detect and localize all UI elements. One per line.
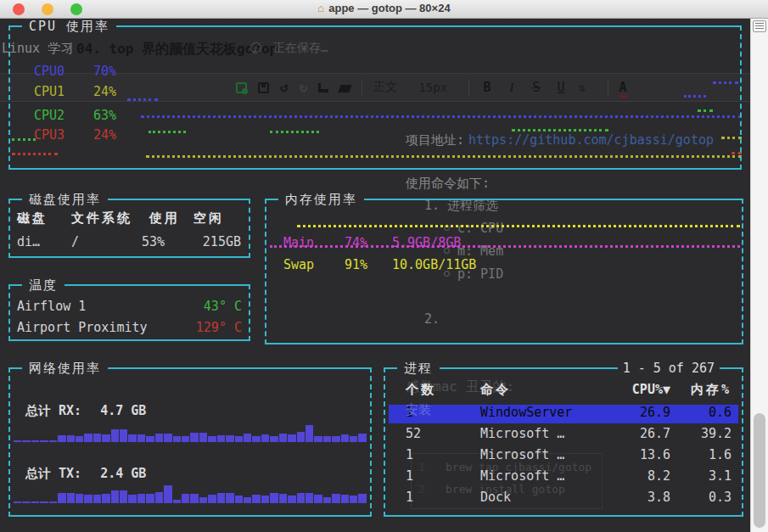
- temperature-row: Airflow 143° C: [17, 299, 242, 314]
- network-rx-bar: [323, 436, 331, 442]
- network-rx-bar: [155, 434, 163, 442]
- process-row[interactable]: 52Microsoft …26.739.2: [389, 426, 738, 445]
- panel-title: 温度: [22, 277, 64, 294]
- network-tx-bar: [217, 493, 225, 503]
- network-tx-bar: [14, 501, 21, 503]
- memory-usage-panel: 内存使用率 Main74%5.9GB/8GB Swap91%10.0GB/11G…: [265, 199, 743, 344]
- network-rx-bar: [288, 434, 295, 442]
- disk-header-free: 空闲: [193, 210, 224, 227]
- network-tx-bar: [49, 501, 57, 503]
- panel-title: CPU 使用率: [22, 19, 116, 35]
- panel-title: 磁盘使用率: [22, 191, 108, 208]
- network-rx-total: 总计 RX:4.7 GB: [25, 403, 146, 419]
- network-tx-bar: [182, 494, 189, 503]
- network-tx-bar: [341, 495, 349, 503]
- network-rx-bar: [244, 434, 251, 442]
- process-row[interactable]: 1Dock3.80.3: [389, 490, 738, 508]
- network-rx-bar: [111, 429, 119, 442]
- panel-title: 进程: [397, 360, 440, 377]
- header-cpu-sort[interactable]: CPU%▼: [594, 382, 670, 397]
- network-tx-bar: [40, 501, 48, 503]
- disk-free: 215GB: [175, 234, 241, 249]
- process-count: 1: [406, 490, 413, 505]
- network-tx-bar: [93, 495, 101, 503]
- process-mem-percent: 39.2: [670, 426, 732, 441]
- network-tx-bar: [67, 493, 75, 503]
- network-rx-bar: [279, 434, 287, 442]
- network-tx-total: 总计 TX:2.4 GB: [25, 466, 146, 482]
- network-tx-bar: [111, 490, 119, 503]
- scrollbar-thumb[interactable]: [754, 413, 765, 528]
- network-tx-bar: [358, 494, 366, 503]
- network-tx-bar: [120, 490, 127, 503]
- network-rx-bar: [358, 434, 366, 442]
- network-rx-bar: [199, 433, 207, 442]
- network-tx-bar: [261, 496, 269, 503]
- process-header-row: 个数 命令 CPU%▼ 内存%: [389, 382, 738, 400]
- network-rx-chart: [14, 423, 367, 442]
- disk-mount: /: [71, 234, 79, 249]
- home-icon: ⌂: [317, 2, 324, 14]
- network-tx-bar: [314, 495, 322, 503]
- network-rx-bar: [49, 440, 57, 442]
- process-cpu-percent: 26.9: [594, 405, 670, 420]
- network-tx-bar: [128, 495, 136, 503]
- network-tx-bar: [84, 495, 92, 503]
- process-mem-percent: 3.1: [670, 468, 732, 484]
- notes-list-icon[interactable]: [753, 20, 766, 32]
- process-mem-percent: 0.3: [670, 490, 732, 505]
- process-count: 52: [406, 426, 421, 441]
- disk-used: 53%: [115, 234, 165, 249]
- network-rx-bar: [137, 434, 145, 442]
- panel-title: 网络使用率: [22, 360, 108, 377]
- network-tx-bar: [226, 493, 233, 503]
- process-row[interactable]: 1Microsoft …13.61.6: [389, 447, 738, 466]
- process-panel: 进程 1 - 5 of 267 个数 命令 CPU%▼ 内存% 1WindowS…: [384, 367, 743, 517]
- network-rx-bar: [84, 434, 92, 442]
- process-command: Microsoft …: [480, 468, 564, 484]
- cpu-row: CPU124%: [34, 84, 116, 99]
- network-rx-bar: [235, 436, 243, 442]
- network-rx-bar: [128, 434, 136, 442]
- process-row[interactable]: 1Microsoft …8.23.1: [389, 468, 738, 487]
- temperature-panel: 温度 Airflow 143° C Airport Proximity129° …: [8, 284, 250, 341]
- network-tx-bar: [164, 485, 171, 503]
- network-tx-bar: [306, 493, 313, 503]
- process-row-selected[interactable]: 1WindowServer26.90.6: [389, 405, 738, 423]
- network-rx-bar: [120, 429, 127, 442]
- network-rx-bar: [22, 440, 30, 442]
- network-tx-bar: [323, 497, 331, 503]
- network-tx-bar: [297, 493, 305, 503]
- panel-title: 内存使用率: [278, 191, 364, 208]
- terminal-content: Linux 学习 / 04. top 界的颜值天花板gotop i 正在保存… …: [0, 19, 750, 532]
- network-rx-bar: [58, 435, 65, 442]
- network-tx-bar: [332, 494, 339, 503]
- network-rx-bar: [40, 440, 48, 442]
- process-count: 1: [406, 447, 413, 462]
- titlebar: ⌂appe — gotop — 80×24: [0, 0, 768, 19]
- process-command: WindowServer: [480, 405, 572, 420]
- network-tx-bar: [235, 496, 243, 503]
- header-command: 命令: [480, 382, 511, 398]
- network-rx-bar: [332, 436, 339, 442]
- network-rx-bar: [217, 435, 225, 442]
- install-link[interactable]: 安装: [406, 402, 431, 418]
- network-tx-chart: [14, 484, 367, 503]
- network-tx-bar: [76, 494, 83, 503]
- process-mem-percent: 1.6: [670, 447, 732, 462]
- process-cpu-percent: 8.2: [594, 468, 670, 484]
- memory-row: Swap91%10.0GB/11GB: [283, 257, 476, 272]
- window-title: ⌂appe — gotop — 80×24: [0, 2, 768, 14]
- cpu-usage-panel: CPU 使用率 CPU070% CPU124% CPU263% CPU324%: [8, 25, 742, 170]
- network-tx-bar: [146, 494, 154, 503]
- network-rx-bar: [350, 436, 357, 442]
- process-command: Microsoft …: [480, 426, 564, 441]
- process-mem-percent: 0.6: [670, 405, 732, 420]
- network-rx-bar: [341, 434, 349, 442]
- network-rx-bar: [102, 434, 109, 442]
- network-tx-bar: [155, 492, 163, 503]
- network-rx-bar: [182, 436, 189, 442]
- network-tx-bar: [190, 494, 198, 503]
- network-rx-bar: [67, 435, 75, 442]
- memory-row: Main74%5.9GB/8GB: [283, 235, 461, 250]
